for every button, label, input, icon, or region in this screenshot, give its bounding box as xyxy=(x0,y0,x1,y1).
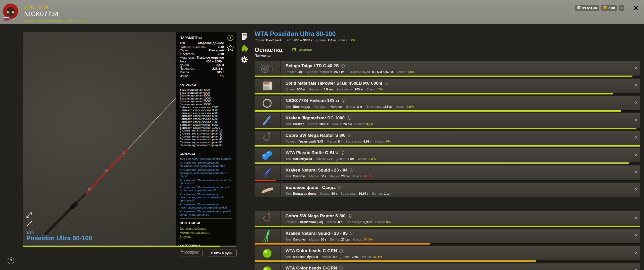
remove-item-button[interactable]: ✕ xyxy=(635,153,638,157)
rank-stars-count: 38 xyxy=(43,5,48,10)
close-button[interactable]: ✕ xyxy=(633,5,638,11)
item-durability-bar xyxy=(255,180,640,181)
rig-item-row[interactable]: WTA Color beads C-GRN i Тип:Морская буси… xyxy=(255,263,640,270)
reel-icon xyxy=(255,61,281,76)
rig-item-name: Solid Materials HiPower Braid 450LB MC 6… xyxy=(286,81,382,86)
silver-currency-badge[interactable]: 93 061,66 xyxy=(575,5,599,11)
reel-item: Силовая мультипликаторная 60 xyxy=(180,144,233,147)
remove-item-button[interactable]: ✕ xyxy=(635,118,638,122)
rig-item-row[interactable]: Cobra SW Mega Raptor S 8/0 i Размер:Гига… xyxy=(255,131,640,145)
level-ring-icon xyxy=(24,5,28,9)
remove-item-button[interactable]: ✕ xyxy=(635,216,638,220)
russia-flag-icon xyxy=(4,17,10,21)
remove-item-button[interactable]: ✕ xyxy=(635,101,638,105)
rig-item-row[interactable]: NICK07734 Нейлон 181 кг i Тип:Шок-лидерМ… xyxy=(255,96,640,110)
state-list: Оснастка собранаМожно использоватьВ рука… xyxy=(180,227,233,239)
remove-item-button[interactable]: ✕ xyxy=(635,251,638,255)
help-icon[interactable]: ? xyxy=(8,257,14,264)
param-row: Длина2,4 м xyxy=(180,63,224,67)
settings-tab-gear-icon[interactable] xyxy=(240,56,248,64)
gold-coin-icon xyxy=(603,6,607,10)
item-info-icon[interactable]: i xyxy=(348,134,351,137)
remove-item-button[interactable]: ✕ xyxy=(635,188,638,192)
expand-view-icon[interactable] xyxy=(26,212,32,219)
rig-item-row[interactable]: Kraken Natural Squid - 23 - 04 i Тип:Окт… xyxy=(255,165,640,180)
rod-preview-panel: WTA Poseidon Ultra 80-100 i ПАРАМЕТРЫ Ти… xyxy=(23,32,236,246)
rig-list-gap xyxy=(255,199,640,211)
rig-item-row[interactable]: Beluga Taiga LTD C 40 2S i Размер:40Сила… xyxy=(255,61,640,76)
rig-item-stats: Размер:Гигантский (8/0)Масса:8 гВес в во… xyxy=(286,140,640,143)
params-panel: i ПАРАМЕТРЫ ТипМорское донноеЧувствитель… xyxy=(176,32,236,246)
param-row: ТипМорское донное xyxy=(180,41,224,45)
reel-item: Байткаст. классическая 3000 xyxy=(180,109,233,112)
params-title: ПАРАМЕТРЫ xyxy=(180,36,233,40)
description-tab-document-icon[interactable] xyxy=(240,32,248,41)
add-funds-button[interactable]: + xyxy=(619,5,624,11)
user-block: 41 ★ 38 NICK07734 Мастер морской ловли в… xyxy=(24,5,88,23)
param-row: Жёсткость9/10 xyxy=(180,52,224,56)
remove-item-button[interactable]: ✕ xyxy=(635,136,638,140)
player-level: 41 xyxy=(30,5,34,10)
item-durability-bar xyxy=(255,76,640,77)
take-in-hands-button[interactable]: Взять в руки xyxy=(207,250,236,256)
rod-setup-icon[interactable] xyxy=(26,221,32,227)
rig-item-row[interactable]: Cobra SW Mega Raptor S 8/0 i Размер:Гига… xyxy=(255,211,640,226)
rig-item: Kraken Natural Squid - 23 - 05 i Тип:Окт… xyxy=(255,229,640,245)
rig-item: Kraken Natural Squid - 23 - 04 i Тип:Окт… xyxy=(255,165,640,181)
item-info-icon[interactable]: i xyxy=(348,214,351,218)
item-info-icon[interactable]: i xyxy=(341,151,344,155)
rig-item: WTA Color beads C-GRN i Тип:Морская буси… xyxy=(255,263,640,270)
item-info-icon[interactable]: i xyxy=(350,168,353,172)
item-durability-bar xyxy=(255,162,640,164)
item-info-icon[interactable]: i xyxy=(339,249,343,253)
rig-item-row[interactable]: Kraken Natural Squid - 23 - 05 i Тип:Окт… xyxy=(255,229,640,243)
gold-currency-badge[interactable]: 0,80 xyxy=(601,5,617,11)
top-bar: 41 ★ 38 NICK07734 Мастер морской ловли в… xyxy=(0,0,644,24)
remove-item-button[interactable]: ✕ xyxy=(635,233,638,238)
rig-item: Cobra SW Mega Raptor S 8/0 i Размер:Гига… xyxy=(255,211,640,227)
item-info-icon[interactable]: i xyxy=(341,64,345,68)
rod-durability-bar xyxy=(23,246,236,247)
rig-item-name: Kraken Natural Squid - 23 - 04 xyxy=(286,168,348,173)
item-durability-bar xyxy=(255,260,640,262)
bonus-item: +1 к умению "Использование оснастки обез… xyxy=(180,179,232,185)
rig-item-row[interactable]: Solid Materials HiPower Braid 450LB MC 6… xyxy=(255,79,640,93)
rig-type: Пилкерная xyxy=(255,54,640,58)
avatar-goggle-right xyxy=(11,11,15,14)
param-row: Тест400 – 3000 г xyxy=(180,60,224,63)
rod-stat-line: Строй:БыстрыйТест:400 – 3000 гДлина:2,4 … xyxy=(255,38,640,42)
rig-item: Solid Materials HiPower Braid 450LB MC 6… xyxy=(255,79,640,94)
avatar[interactable] xyxy=(3,4,18,19)
remove-item-button[interactable]: ✕ xyxy=(635,170,638,174)
remove-item-button[interactable]: ✕ xyxy=(635,268,638,270)
reel-item: Силовая мультипликаторная 20 xyxy=(180,132,233,135)
disassemble-button[interactable]: Разобрать xyxy=(179,250,203,256)
item-durability-bar xyxy=(255,93,640,94)
param-row: Износ7% xyxy=(180,74,224,78)
fillet-icon xyxy=(255,183,281,197)
remove-item-button[interactable]: ✕ xyxy=(635,66,638,70)
rod-info-icon[interactable]: i xyxy=(227,35,233,41)
squid-blue-icon xyxy=(255,165,281,180)
item-info-icon[interactable]: i xyxy=(350,232,353,235)
rig-rod-title: WTA Poseidon Ultra 80-100 xyxy=(255,30,640,37)
item-info-icon[interactable]: i xyxy=(338,186,341,189)
item-info-icon[interactable]: i xyxy=(339,266,343,270)
hook-icon xyxy=(255,211,281,226)
rig-item-name: WTA Plastic Rattle C-BLU xyxy=(286,150,339,155)
rig-item-name: Kraken Jiggmeister DC 1000 xyxy=(286,116,345,121)
edit-rig-button[interactable]: Изменить... xyxy=(292,47,317,52)
item-info-icon[interactable]: i xyxy=(347,116,350,120)
bonus-item: +5% к навыку "Морская ловля в отвес" xyxy=(180,157,232,161)
state-title: СОСТОЯНИЕ xyxy=(180,221,233,225)
item-info-icon[interactable]: i xyxy=(385,82,388,85)
rig-item-row[interactable]: Большое филе - Сайда i Тип:Большое филеМ… xyxy=(255,183,640,197)
favorite-star-icon[interactable] xyxy=(227,44,234,52)
remove-item-button[interactable]: ✕ xyxy=(635,83,638,87)
rig-tab-puzzle-icon[interactable] xyxy=(240,44,249,53)
item-durability-bar xyxy=(255,243,640,245)
rig-item-row[interactable]: Kraken Jiggmeister DC 1000 i Тип:ПилкерМ… xyxy=(255,113,640,128)
rig-item-row[interactable]: WTA Plastic Rattle C-BLU i Тип:Погремушк… xyxy=(255,148,640,162)
item-info-icon[interactable]: i xyxy=(342,99,345,103)
rig-item-row[interactable]: WTA Color beads C-GRN i Тип:Морская буси… xyxy=(255,246,640,260)
